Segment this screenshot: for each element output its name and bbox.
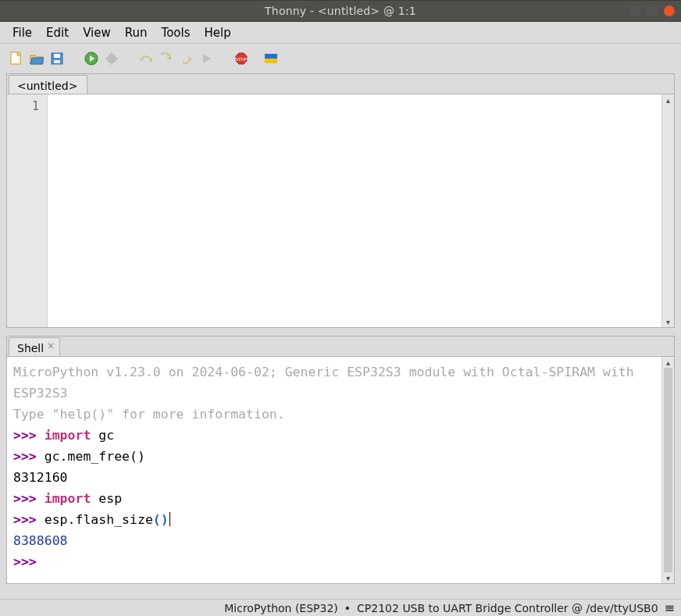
svg-rect-6 (111, 52, 112, 55)
menu-edit[interactable]: Edit (40, 23, 75, 43)
module-esp: esp (91, 491, 122, 506)
status-backend[interactable]: MicroPython (ESP32) (224, 602, 338, 614)
status-separator: • (344, 602, 351, 614)
shell-prompt: >>> (13, 428, 45, 443)
shell-scrollbar[interactable]: ▴ ▾ (661, 357, 674, 583)
svg-rect-8 (105, 58, 109, 59)
scroll-down-icon[interactable]: ▾ (662, 572, 674, 583)
shell-output-1: 8312160 (13, 470, 68, 485)
close-button[interactable] (664, 5, 675, 16)
stop-icon[interactable]: STOP (233, 50, 250, 67)
gutter-line-1: 1 (7, 99, 39, 113)
scroll-up-icon[interactable]: ▴ (662, 357, 674, 368)
work-area: <untitled> 1 ▴ ▾ Shell × MicroPython v1.… (0, 73, 681, 599)
svg-rect-2 (54, 54, 60, 58)
shell-output[interactable]: MicroPython v1.23.0 on 2024-06-02; Gener… (7, 357, 661, 583)
window-controls (629, 5, 675, 16)
toolbar: STOP (0, 44, 681, 73)
svg-text:STOP: STOP (235, 57, 248, 62)
debug-icon[interactable] (103, 50, 120, 67)
editor-tabs: <untitled> (7, 74, 674, 94)
menu-tools[interactable]: Tools (155, 23, 197, 43)
editor-gutter: 1 (7, 94, 48, 327)
menu-view[interactable]: View (77, 23, 117, 43)
shell-panel: Shell × MicroPython v1.23.0 on 2024-06-0… (6, 336, 675, 584)
shell-tab[interactable]: Shell × (9, 337, 60, 356)
run-icon[interactable] (83, 50, 100, 67)
code-area[interactable] (48, 94, 661, 327)
step-into-icon[interactable] (158, 50, 175, 67)
module-gc: gc (91, 428, 114, 443)
editor-panel: <untitled> 1 ▴ ▾ (6, 73, 675, 328)
scroll-down-icon[interactable]: ▾ (662, 316, 674, 327)
svg-rect-13 (265, 59, 277, 63)
shell-banner-2: Type "help()" for more information. (13, 407, 285, 422)
editor-tab-untitled[interactable]: <untitled> (9, 75, 87, 94)
call-gc-memfree: gc.mem_free() (45, 449, 145, 464)
maximize-button[interactable] (647, 5, 658, 16)
shell-prompt-final: >>> (13, 554, 45, 569)
minimize-button[interactable] (629, 5, 640, 16)
svg-rect-7 (111, 62, 112, 65)
resume-icon[interactable] (198, 50, 216, 67)
paren-highlight: () (153, 512, 170, 527)
open-file-icon[interactable] (28, 50, 45, 67)
menu-help[interactable]: Help (198, 23, 237, 43)
status-menu-icon[interactable]: ≡ (665, 600, 675, 615)
shell-tabs: Shell × (7, 336, 674, 357)
menu-bar: File Edit View Run Tools Help (0, 22, 681, 44)
window-title: Thonny - <untitled> @ 1:1 (265, 5, 416, 17)
shell-prompt: >>> (13, 491, 45, 506)
svg-rect-9 (115, 58, 118, 59)
editor-scrollbar[interactable]: ▴ ▾ (661, 94, 674, 327)
svg-rect-3 (54, 60, 60, 63)
editor-body: 1 ▴ ▾ (7, 94, 674, 327)
keyword-import: import (45, 491, 91, 506)
shell-tab-label: Shell (17, 342, 44, 354)
flag-icon[interactable] (262, 50, 280, 67)
title-bar: Thonny - <untitled> @ 1:1 (0, 0, 681, 22)
save-file-icon[interactable] (48, 50, 66, 67)
status-port[interactable]: CP2102 USB to UART Bridge Controller @ /… (357, 602, 658, 614)
status-bar: MicroPython (ESP32) • CP2102 USB to UART… (0, 599, 681, 616)
step-over-icon[interactable] (137, 50, 155, 67)
shell-prompt: >>> (13, 512, 45, 527)
scroll-up-icon[interactable]: ▴ (662, 94, 674, 105)
new-file-icon[interactable] (8, 50, 25, 67)
editor-tab-label: <untitled> (17, 80, 77, 92)
shell-output-2: 8388608 (13, 533, 68, 548)
step-out-icon[interactable] (178, 50, 195, 67)
scroll-thumb[interactable] (664, 368, 672, 572)
shell-banner-1: MicroPython v1.23.0 on 2024-06-02; Gener… (13, 365, 642, 401)
menu-run[interactable]: Run (119, 23, 154, 43)
shell-prompt: >>> (13, 449, 45, 464)
call-esp-flashsize: esp.flash_size (45, 512, 153, 527)
close-tab-icon[interactable]: × (47, 340, 55, 351)
menu-file[interactable]: File (6, 23, 38, 43)
svg-rect-12 (265, 54, 277, 59)
shell-body: MicroPython v1.23.0 on 2024-06-02; Gener… (7, 357, 674, 583)
keyword-import: import (45, 428, 91, 443)
